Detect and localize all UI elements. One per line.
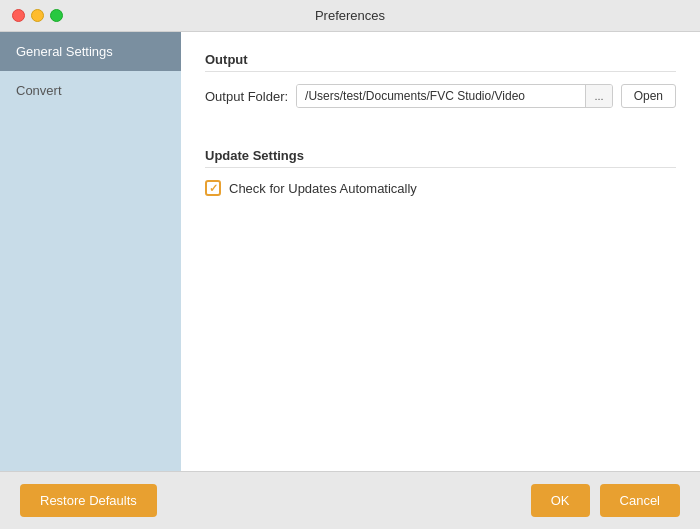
traffic-lights	[12, 9, 63, 22]
checkbox-row: ✓ Check for Updates Automatically	[205, 180, 676, 196]
sidebar: General Settings Convert	[0, 32, 181, 471]
auto-update-checkbox[interactable]: ✓	[205, 180, 221, 196]
folder-path-input[interactable]	[297, 85, 585, 107]
update-settings-section: Update Settings ✓ Check for Updates Auto…	[205, 148, 676, 196]
sidebar-item-convert[interactable]: Convert	[0, 71, 181, 110]
bottom-bar: Restore Defaults OK Cancel	[0, 471, 700, 529]
window-title: Preferences	[315, 8, 385, 23]
maximize-button[interactable]	[50, 9, 63, 22]
update-settings-header: Update Settings	[205, 148, 676, 168]
ok-button[interactable]: OK	[531, 484, 590, 517]
checkmark-icon: ✓	[209, 183, 218, 194]
output-section: Output Output Folder: ... Open	[205, 52, 676, 108]
main-content: General Settings Convert Output Output F…	[0, 32, 700, 471]
right-buttons: OK Cancel	[531, 484, 680, 517]
output-folder-label: Output Folder:	[205, 89, 288, 104]
close-button[interactable]	[12, 9, 25, 22]
content-area: Output Output Folder: ... Open Update Se…	[181, 32, 700, 471]
content-spacer	[205, 196, 676, 455]
folder-browse-button[interactable]: ...	[585, 85, 611, 107]
sidebar-item-general-settings[interactable]: General Settings	[0, 32, 181, 71]
output-section-header: Output	[205, 52, 676, 72]
output-folder-row: Output Folder: ... Open	[205, 84, 676, 108]
title-bar: Preferences	[0, 0, 700, 32]
minimize-button[interactable]	[31, 9, 44, 22]
restore-defaults-button[interactable]: Restore Defaults	[20, 484, 157, 517]
folder-input-wrapper: ...	[296, 84, 613, 108]
cancel-button[interactable]: Cancel	[600, 484, 680, 517]
auto-update-label: Check for Updates Automatically	[229, 181, 417, 196]
open-button[interactable]: Open	[621, 84, 676, 108]
